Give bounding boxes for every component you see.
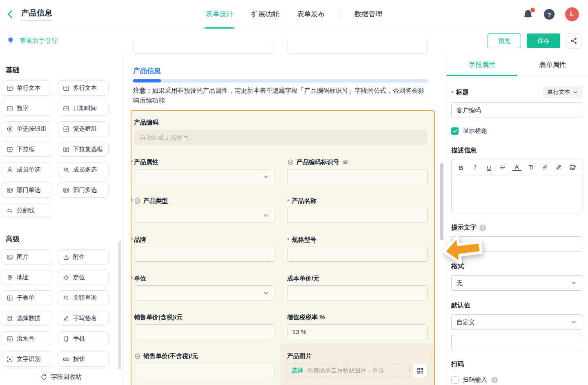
upload-select-link[interactable]: 选择 <box>292 367 303 374</box>
sidebar-item-ocr[interactable]: 文字识别 <box>2 352 52 367</box>
sidebar-item-select-data[interactable]: 选择数据 <box>2 311 52 326</box>
sale-price-tax-input[interactable] <box>134 324 274 339</box>
sidebar-item-location[interactable]: 定位 <box>58 270 109 285</box>
sidebar-item-signature[interactable]: 手写签名 <box>58 311 109 326</box>
field-product-image[interactable]: 产品图片 选择 拖拽或单击后粘贴图片，单张... <box>281 343 434 385</box>
product-attr-select[interactable] <box>134 169 274 184</box>
sidebar-item-multi-line-text[interactable]: 多行文本 <box>58 80 109 96</box>
save-button[interactable]: 保存 <box>527 33 560 48</box>
cost-price-input[interactable] <box>287 285 428 300</box>
italic-icon[interactable]: I <box>470 164 479 171</box>
default-custom-input[interactable] <box>451 335 582 350</box>
sidebar-item-linked-query[interactable]: 关联查询 <box>58 290 109 305</box>
sidebar-item-member-multi[interactable]: 成员多选 <box>58 162 109 177</box>
scan-upload-button[interactable] <box>413 363 428 378</box>
radio-group-icon <box>7 126 13 132</box>
unit-select[interactable] <box>134 285 274 300</box>
insert-image-icon[interactable] <box>568 164 577 171</box>
field-recycle-bin[interactable]: 字段回收站 <box>0 369 122 385</box>
scan-input-checkbox[interactable] <box>451 376 459 384</box>
vat-input[interactable]: 13 % <box>287 324 428 339</box>
tab-form-design[interactable]: 表单设计 <box>206 0 234 29</box>
field-sale-price-notax[interactable]: 销售单价(不含税)/元 <box>134 352 274 378</box>
checkbox-group-icon <box>63 126 69 132</box>
title-input[interactable]: 客户编码 <box>451 102 582 118</box>
field-vat[interactable]: 增值税税率 % 13 % <box>287 313 428 339</box>
partial-input[interactable] <box>287 39 428 53</box>
attachment-icon <box>63 254 69 260</box>
sidebar-item-datetime[interactable]: 日期时间 <box>58 101 109 116</box>
field-spec[interactable]: *规格型号 <box>287 236 428 262</box>
tab-form-properties[interactable]: 表单属性 <box>517 53 588 76</box>
sidebar-item-single-line-text[interactable]: 单行文本 <box>2 80 52 96</box>
partial-input[interactable] <box>133 39 274 53</box>
field-brand[interactable]: *品牌 <box>134 236 274 262</box>
selected-field-group[interactable]: 产品编码 自动生成无需填写 *产品属性 产品编码标识号 *产品类型 <box>131 110 435 385</box>
sidebar-item-phone[interactable]: 手机 <box>58 331 109 346</box>
hint-input[interactable] <box>451 236 582 252</box>
sidebar-item-member-single[interactable]: 成员单选 <box>2 162 52 177</box>
sidebar-item-attachment[interactable]: 附件 <box>58 249 109 265</box>
back-button[interactable] <box>6 8 16 20</box>
page-title[interactable]: 产品信息 <box>21 8 52 21</box>
form-section-title[interactable]: 产品信息 <box>133 66 446 76</box>
sidebar-item-serial-number[interactable]: 流水号 <box>2 331 52 346</box>
code-tag-input[interactable] <box>287 169 428 184</box>
sidebar-item-button[interactable]: 按钮 <box>58 352 109 367</box>
field-product-code[interactable]: 产品编码 自动生成无需填写 <box>134 118 428 145</box>
field-code-tag[interactable]: 产品编码标识号 <box>287 158 428 184</box>
sidebar-section-basic: 基础 <box>6 65 122 75</box>
product-type-select[interactable] <box>134 208 274 223</box>
description-textarea[interactable] <box>452 175 582 213</box>
sidebar-item-divider[interactable]: 分割线 <box>2 203 52 218</box>
align-icon[interactable] <box>498 164 507 171</box>
canvas-scrollbar[interactable] <box>440 163 443 240</box>
sidebar-item-address[interactable]: 地址 <box>2 270 52 285</box>
single-line-text-icon <box>7 85 13 91</box>
field-unit[interactable]: *单位 <box>134 274 274 300</box>
field-type-chip[interactable]: 单行文本 <box>543 86 582 98</box>
sidebar-item-dropdown-multi[interactable]: 下拉复选框 <box>58 142 109 157</box>
unlink-icon[interactable] <box>554 164 563 171</box>
preview-button[interactable]: 预览 <box>488 33 521 48</box>
sidebar-item-subform[interactable]: 子表单 <box>2 290 52 305</box>
sidebar-item-checkbox-group[interactable]: 复选框组 <box>58 121 109 136</box>
font-color-icon[interactable]: A <box>512 164 521 171</box>
tab-extensions[interactable]: 扩展功能 <box>252 0 279 29</box>
share-button[interactable] <box>566 33 581 49</box>
field-cost-price[interactable]: 成本单价/元 <box>287 274 428 300</box>
sidebar-scrollbar[interactable] <box>118 241 121 385</box>
sidebar-item-dept-single[interactable]: 部门单选 <box>2 182 52 198</box>
spec-input[interactable] <box>287 247 428 262</box>
product-name-input[interactable] <box>287 208 428 223</box>
field-product-name[interactable]: *产品名称 <box>287 197 428 223</box>
field-sale-price-tax[interactable]: 销售单价(含税)/元 <box>134 313 274 339</box>
tab-divider <box>340 9 340 20</box>
show-title-checkbox[interactable] <box>451 127 459 135</box>
link-icon[interactable] <box>540 164 549 171</box>
tab-data-management[interactable]: 数据管理 <box>355 0 383 29</box>
sale-price-notax-input[interactable] <box>134 363 274 378</box>
field-product-attr[interactable]: *产品属性 <box>134 158 274 184</box>
default-value-select[interactable]: 自定义 <box>451 314 582 330</box>
sidebar-item-dropdown[interactable]: 下拉框 <box>2 142 52 157</box>
bold-icon[interactable]: B <box>457 164 466 171</box>
image-upload-dropzone[interactable]: 选择 拖拽或单击后粘贴图片，单张... <box>287 363 410 378</box>
field-product-type[interactable]: *产品类型 <box>134 197 274 223</box>
help-icon[interactable]: ? <box>479 225 486 231</box>
sidebar-item-dept-multi[interactable]: 部门多选 <box>58 182 109 198</box>
sidebar-item-radio-group[interactable]: 单选按钮组 <box>2 121 52 136</box>
tab-form-publish[interactable]: 表单发布 <box>297 0 325 29</box>
help-icon[interactable]: ? <box>491 377 498 383</box>
font-size-icon[interactable]: Tt <box>526 164 535 171</box>
sidebar-item-number[interactable]: 数字 <box>2 101 52 116</box>
underline-icon[interactable]: U <box>484 164 493 171</box>
notifications-button[interactable] <box>523 9 533 20</box>
brand-input[interactable] <box>134 247 274 262</box>
tab-field-properties[interactable]: 字段属性 <box>447 53 517 76</box>
avatar[interactable]: L <box>565 7 579 21</box>
sidebar-item-image[interactable]: 图片 <box>2 249 52 265</box>
beginner-guide-link[interactable]: 查看新手引导 <box>7 37 58 45</box>
format-select[interactable]: 无 <box>451 275 582 291</box>
help-button[interactable]: ? <box>544 9 555 20</box>
